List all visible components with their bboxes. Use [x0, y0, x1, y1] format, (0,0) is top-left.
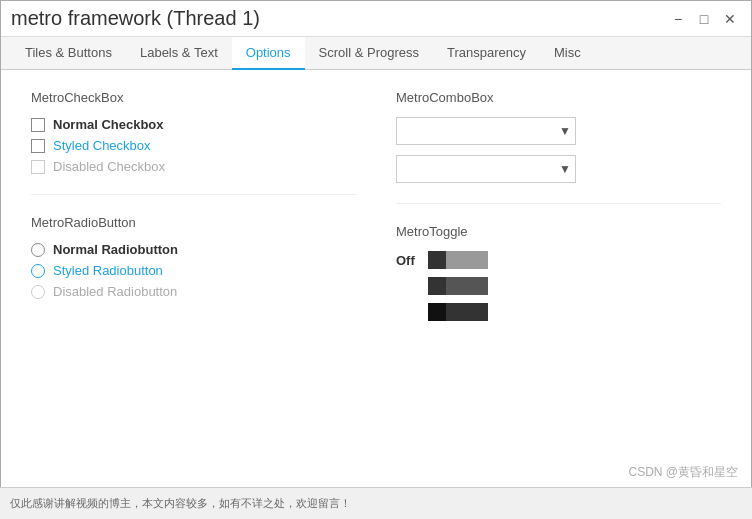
checkbox-styled-box[interactable] — [31, 139, 45, 153]
checkbox-section-title: MetroCheckBox — [31, 90, 356, 105]
toggle-1-bar[interactable] — [428, 251, 488, 269]
radio-disabled: Disabled Radiobutton — [31, 284, 356, 299]
toggle-1-label: Off — [396, 253, 420, 268]
combobox-2[interactable]: ▼ — [396, 155, 576, 183]
tab-bar: Tiles & Buttons Labels & Text Options Sc… — [1, 37, 751, 70]
left-column: MetroCheckBox Normal Checkbox Styled Che… — [31, 90, 356, 329]
divider-1 — [31, 194, 356, 195]
main-content: MetroCheckBox Normal Checkbox Styled Che… — [1, 70, 751, 349]
radio-disabled-circle — [31, 285, 45, 299]
radio-normal-circle[interactable] — [31, 243, 45, 257]
radio-styled-circle[interactable] — [31, 264, 45, 278]
checkbox-normal[interactable]: Normal Checkbox — [31, 117, 356, 132]
radio-styled-label: Styled Radiobutton — [53, 263, 163, 278]
divider-2 — [396, 203, 721, 204]
tab-options[interactable]: Options — [232, 37, 305, 70]
combobox-1-arrow: ▼ — [559, 124, 571, 138]
checkbox-normal-label: Normal Checkbox — [53, 117, 164, 132]
tab-transparency[interactable]: Transparency — [433, 37, 540, 70]
window-title: metro framework (Thread 1) — [11, 7, 260, 30]
minimize-button[interactable]: − — [667, 10, 689, 28]
tab-scroll[interactable]: Scroll & Progress — [305, 37, 433, 70]
toggle-row-2[interactable] — [396, 277, 721, 295]
content-columns: MetroCheckBox Normal Checkbox Styled Che… — [31, 90, 721, 329]
checkbox-disabled-box — [31, 160, 45, 174]
tab-tiles[interactable]: Tiles & Buttons — [11, 37, 126, 70]
right-column: MetroComboBox ▼ ▼ MetroToggle Off — [396, 90, 721, 329]
close-button[interactable]: ✕ — [719, 10, 741, 28]
toggle-3-bar[interactable] — [428, 303, 488, 321]
checkbox-normal-box[interactable] — [31, 118, 45, 132]
watermark: CSDN @黄昏和星空 — [628, 464, 738, 481]
toggle-row-3[interactable] — [396, 303, 721, 321]
radio-disabled-label: Disabled Radiobutton — [53, 284, 177, 299]
radio-styled[interactable]: Styled Radiobutton — [31, 263, 356, 278]
tab-misc[interactable]: Misc — [540, 37, 595, 70]
checkbox-styled[interactable]: Styled Checkbox — [31, 138, 356, 153]
bottom-bar: 仅此感谢讲解视频的博主，本文内容较多，如有不详之处，欢迎留言！ — [0, 487, 752, 519]
combobox-2-arrow: ▼ — [559, 162, 571, 176]
toggle-2-knob — [428, 277, 446, 295]
bottom-bar-text: 仅此感谢讲解视频的博主，本文内容较多，如有不详之处，欢迎留言！ — [10, 496, 351, 511]
toggle-3-knob — [428, 303, 446, 321]
maximize-button[interactable]: □ — [693, 10, 715, 28]
toggle-1-knob — [428, 251, 446, 269]
checkbox-disabled: Disabled Checkbox — [31, 159, 356, 174]
checkbox-styled-label: Styled Checkbox — [53, 138, 151, 153]
toggle-2-bar[interactable] — [428, 277, 488, 295]
radio-normal-label: Normal Radiobutton — [53, 242, 178, 257]
toggle-section-title: MetroToggle — [396, 224, 721, 239]
checkbox-disabled-label: Disabled Checkbox — [53, 159, 165, 174]
radio-section-title: MetroRadioButton — [31, 215, 356, 230]
tab-labels[interactable]: Labels & Text — [126, 37, 232, 70]
radio-normal[interactable]: Normal Radiobutton — [31, 242, 356, 257]
titlebar: metro framework (Thread 1) − □ ✕ — [1, 1, 751, 37]
combobox-1[interactable]: ▼ — [396, 117, 576, 145]
combo-section-title: MetroComboBox — [396, 90, 721, 105]
window-controls: − □ ✕ — [667, 10, 741, 28]
toggle-row-1[interactable]: Off — [396, 251, 721, 269]
